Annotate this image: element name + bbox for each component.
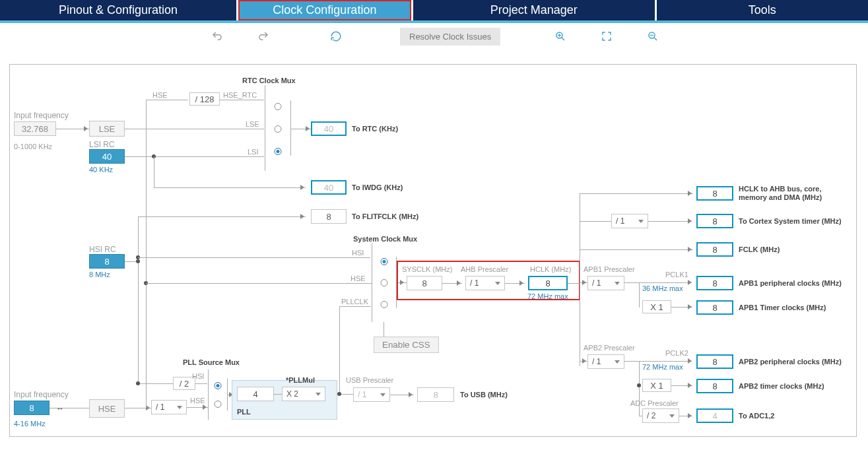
label-sysclk: SYSCLK (MHz): [402, 265, 452, 273]
tab-tools[interactable]: Tools: [657, 0, 868, 20]
apb2-timer-mul: X 1: [642, 379, 671, 392]
label-sysclk-mux-title: System Clock Mux: [353, 235, 417, 243]
label-out-hclk-ahb: HCLK to AHB bus, core, memory and DMA (M…: [739, 185, 851, 202]
label-input-freq-lse: Input frequency: [14, 111, 69, 120]
label-hclk: HCLK (MHz): [530, 265, 571, 273]
hclk-value[interactable]: 8: [528, 276, 568, 290]
lse-freq-value[interactable]: 32.768: [14, 121, 56, 136]
label-out-apb2-timer: APB2 timer clocks (MHz): [739, 382, 824, 390]
hsi-rc-value[interactable]: 8: [89, 254, 125, 269]
label-usb-prescaler: USB Prescaler: [346, 376, 393, 384]
ahb-prescaler-select[interactable]: / 1: [465, 276, 505, 290]
zoom-out-icon[interactable]: [647, 30, 659, 42]
out-apb2-timer-val: 8: [696, 379, 733, 393]
iwdg-out-value: 40: [311, 180, 347, 195]
apb1-timer-mul: X 1: [642, 300, 671, 313]
rtc-clock-mux[interactable]: [265, 85, 291, 171]
label-pclk2: PCLK2: [665, 349, 688, 357]
label-out-apb2-periph: APB2 peripheral clocks (MHz): [739, 358, 842, 366]
label-adc-prescaler: ADC Prescaler: [630, 399, 679, 407]
label-lsi-rc: LSI RC: [89, 140, 115, 149]
lse-block[interactable]: LSE: [89, 121, 125, 137]
label-pll-hsi: HSI: [192, 372, 204, 380]
tab-pinout[interactable]: Pinout & Configuration: [0, 0, 236, 20]
label-lsi-unit: 40 KHz: [89, 166, 113, 174]
label-lse-range: 0-1000 KHz: [14, 143, 52, 150]
label-apb1-prescaler: APB1 Prescaler: [584, 265, 635, 273]
label-rtc-lsi: LSI: [248, 148, 259, 156]
enable-css-button[interactable]: Enable CSS: [374, 337, 439, 353]
hse-prescaler-val: / 1: [156, 403, 164, 412]
out-apb1-timer-val: 8: [696, 300, 733, 315]
label-pclk1: PCLK1: [665, 271, 688, 278]
label-ahb-prescaler: AHB Prescaler: [461, 265, 508, 273]
label-pllmul: *PLLMul: [286, 376, 315, 384]
label-input-freq-hse: Input frequency: [14, 390, 69, 399]
tab-clock-config[interactable]: Clock Configuration: [238, 0, 411, 20]
out-apb1-periph-val: 8: [696, 276, 733, 290]
out-apb2-periph-val: 8: [696, 354, 733, 369]
apb2-prescaler-select[interactable]: / 1: [587, 354, 624, 369]
label-hse-range: 4-16 MHz: [14, 420, 46, 428]
flitf-out-value: 8: [311, 209, 347, 224]
label-pll-name: PLL: [237, 408, 251, 416]
apb1-prescaler-select[interactable]: / 1: [587, 276, 624, 290]
label-out-adc: To ADC1,2: [739, 412, 774, 420]
label-out-apb1-timer: APB1 Timer clocks (MHz): [739, 304, 826, 311]
lsi-rc-value[interactable]: 40: [89, 149, 125, 164]
label-usb-out: To USB (MHz): [460, 391, 508, 399]
hse-block[interactable]: HSE: [89, 399, 125, 418]
fit-screen-icon[interactable]: [601, 30, 613, 42]
label-pll-hse: HSE: [190, 397, 205, 405]
out-fclk-val: 8: [696, 242, 733, 257]
label-pclk2-note: 72 MHz max: [642, 363, 683, 371]
label-pll-src-mux: PLL Source Mux: [183, 358, 240, 366]
tab-project-manager[interactable]: Project Manager: [413, 0, 655, 20]
label-rtc-out: To RTC (KHz): [352, 125, 398, 133]
out-hclk-ahb-val: 8: [696, 186, 733, 201]
pll-source-mux[interactable]: [208, 370, 228, 420]
hse-prescaler-select[interactable]: / 1: [151, 400, 187, 414]
label-sysmux-pllclk: PLLCLK: [341, 298, 368, 306]
systick-prescaler-select[interactable]: / 1: [611, 214, 648, 228]
label-pclk1-note: 36 MHz max: [642, 284, 683, 292]
hse-freq-value[interactable]: 8: [14, 401, 50, 415]
label-out-systick: To Cortex System timer (MHz): [739, 217, 842, 225]
label-sysmux-hsi: HSI: [352, 249, 364, 257]
label-rtc-lse: LSE: [246, 120, 259, 128]
system-clock-mux[interactable]: [372, 243, 397, 322]
zoom-in-icon[interactable]: [554, 30, 566, 42]
redo-icon[interactable]: [257, 30, 269, 42]
out-adc-val: 4: [696, 408, 733, 423]
label-hclk-note: 72 MHz max: [527, 292, 568, 300]
label-out-fclk: FCLK (MHz): [739, 245, 780, 253]
label-out-apb1-periph: APB1 peripheral clocks (MHz): [739, 279, 842, 287]
label-sysmux-hse: HSE: [351, 275, 366, 282]
label-flitf-out: To FLITFCLK (MHz): [352, 212, 418, 220]
adc-prescaler-select[interactable]: / 2: [642, 408, 679, 423]
usb-prescaler-select[interactable]: / 1: [353, 387, 390, 402]
label-hse-rtc: HSE_RTC: [223, 91, 257, 99]
rtc-hse-div128[interactable]: / 128: [189, 92, 220, 106]
rtc-out-value: 40: [311, 121, 347, 136]
pllmul-select[interactable]: X 2: [282, 387, 325, 401]
label-hsi-rc: HSI RC: [89, 245, 116, 254]
refresh-icon[interactable]: [330, 30, 342, 42]
out-systick-val: 8: [696, 214, 733, 228]
label-rtc-mux-title: RTC Clock Mux: [242, 77, 296, 84]
sysclk-value[interactable]: 8: [407, 276, 442, 290]
label-rtc-hse: HSE: [152, 91, 168, 99]
undo-icon[interactable]: [211, 30, 223, 42]
label-apb2-prescaler: APB2 Prescaler: [584, 344, 635, 352]
pll-val[interactable]: 4: [237, 387, 274, 401]
label-iwdg-out: To IWDG (KHz): [352, 183, 403, 191]
usb-out-val: 8: [417, 387, 454, 402]
bi-arrow-icon: ↔: [56, 404, 64, 413]
label-hsi-unit: 8 MHz: [89, 271, 110, 278]
resolve-clock-issues-button[interactable]: Resolve Clock Issues: [400, 28, 500, 46]
